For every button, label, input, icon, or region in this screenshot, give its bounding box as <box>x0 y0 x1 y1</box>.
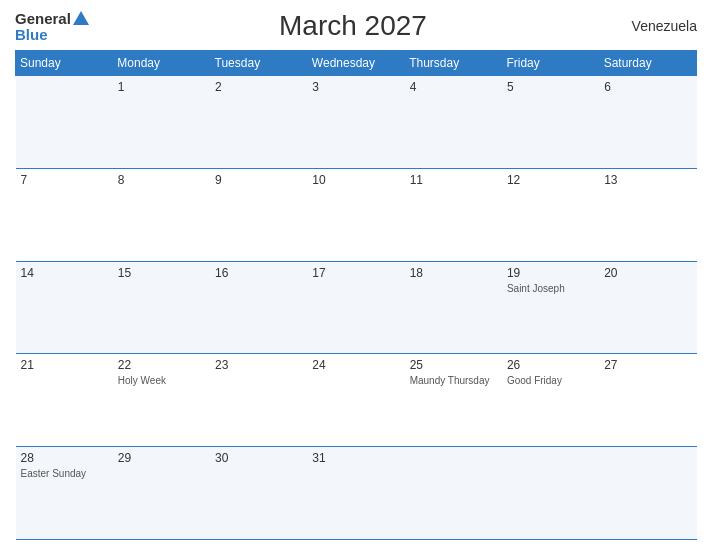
weekday-header-tuesday: Tuesday <box>210 51 307 76</box>
event-label: Maundy Thursday <box>410 374 497 387</box>
calendar-cell <box>502 447 599 540</box>
calendar-cell: 31 <box>307 447 404 540</box>
day-number: 31 <box>312 451 399 465</box>
event-label: Good Friday <box>507 374 594 387</box>
calendar-header: General Blue March 2027 Venezuela <box>15 10 697 42</box>
day-number: 1 <box>118 80 205 94</box>
calendar-week-row: 123456 <box>16 76 697 169</box>
calendar-cell: 18 <box>405 261 502 354</box>
calendar-cell: 17 <box>307 261 404 354</box>
day-number: 20 <box>604 266 691 280</box>
day-number: 22 <box>118 358 205 372</box>
calendar-cell: 28Easter Sunday <box>16 447 113 540</box>
logo-general-text: General <box>15 11 71 26</box>
day-number: 3 <box>312 80 399 94</box>
weekday-header-thursday: Thursday <box>405 51 502 76</box>
weekday-header-saturday: Saturday <box>599 51 696 76</box>
calendar-cell: 2 <box>210 76 307 169</box>
day-number: 9 <box>215 173 302 187</box>
calendar-cell: 5 <box>502 76 599 169</box>
weekday-header-sunday: Sunday <box>16 51 113 76</box>
calendar-cell: 11 <box>405 168 502 261</box>
calendar-cell: 22Holy Week <box>113 354 210 447</box>
event-label: Saint Joseph <box>507 282 594 295</box>
day-number: 24 <box>312 358 399 372</box>
calendar-cell: 26Good Friday <box>502 354 599 447</box>
calendar-cell: 13 <box>599 168 696 261</box>
day-number: 6 <box>604 80 691 94</box>
calendar-week-row: 78910111213 <box>16 168 697 261</box>
calendar-cell: 4 <box>405 76 502 169</box>
calendar-cell: 16 <box>210 261 307 354</box>
country-label: Venezuela <box>617 18 697 34</box>
calendar-cell: 30 <box>210 447 307 540</box>
weekday-header-monday: Monday <box>113 51 210 76</box>
calendar-cell <box>405 447 502 540</box>
day-number: 21 <box>21 358 108 372</box>
calendar-week-row: 28Easter Sunday293031 <box>16 447 697 540</box>
calendar-cell <box>599 447 696 540</box>
calendar-cell: 24 <box>307 354 404 447</box>
day-number: 28 <box>21 451 108 465</box>
calendar-title: March 2027 <box>89 10 617 42</box>
event-label: Holy Week <box>118 374 205 387</box>
calendar-cell: 10 <box>307 168 404 261</box>
logo-blue-text: Blue <box>15 27 48 42</box>
calendar-cell: 23 <box>210 354 307 447</box>
day-number: 11 <box>410 173 497 187</box>
day-number: 12 <box>507 173 594 187</box>
calendar-cell: 25Maundy Thursday <box>405 354 502 447</box>
calendar-cell: 14 <box>16 261 113 354</box>
calendar-cell: 19Saint Joseph <box>502 261 599 354</box>
calendar-cell: 7 <box>16 168 113 261</box>
day-number: 8 <box>118 173 205 187</box>
weekday-header-wednesday: Wednesday <box>307 51 404 76</box>
calendar-cell: 9 <box>210 168 307 261</box>
calendar-table: SundayMondayTuesdayWednesdayThursdayFrid… <box>15 50 697 540</box>
event-label: Easter Sunday <box>21 467 108 480</box>
day-number: 30 <box>215 451 302 465</box>
day-number: 15 <box>118 266 205 280</box>
day-number: 5 <box>507 80 594 94</box>
day-number: 19 <box>507 266 594 280</box>
logo-triangle-icon <box>73 11 89 25</box>
day-number: 26 <box>507 358 594 372</box>
day-number: 14 <box>21 266 108 280</box>
calendar-cell: 6 <box>599 76 696 169</box>
day-number: 29 <box>118 451 205 465</box>
calendar-cell: 27 <box>599 354 696 447</box>
weekday-header-row: SundayMondayTuesdayWednesdayThursdayFrid… <box>16 51 697 76</box>
day-number: 13 <box>604 173 691 187</box>
day-number: 16 <box>215 266 302 280</box>
calendar-cell: 15 <box>113 261 210 354</box>
calendar-cell: 12 <box>502 168 599 261</box>
weekday-header-friday: Friday <box>502 51 599 76</box>
calendar-cell: 3 <box>307 76 404 169</box>
day-number: 7 <box>21 173 108 187</box>
calendar-week-row: 141516171819Saint Joseph20 <box>16 261 697 354</box>
day-number: 23 <box>215 358 302 372</box>
day-number: 10 <box>312 173 399 187</box>
logo: General Blue <box>15 11 89 42</box>
calendar-week-row: 2122Holy Week232425Maundy Thursday26Good… <box>16 354 697 447</box>
day-number: 4 <box>410 80 497 94</box>
day-number: 27 <box>604 358 691 372</box>
calendar-cell: 8 <box>113 168 210 261</box>
calendar-cell <box>16 76 113 169</box>
day-number: 17 <box>312 266 399 280</box>
day-number: 18 <box>410 266 497 280</box>
calendar-cell: 21 <box>16 354 113 447</box>
day-number: 25 <box>410 358 497 372</box>
calendar-cell: 20 <box>599 261 696 354</box>
calendar-cell: 1 <box>113 76 210 169</box>
calendar-cell: 29 <box>113 447 210 540</box>
day-number: 2 <box>215 80 302 94</box>
